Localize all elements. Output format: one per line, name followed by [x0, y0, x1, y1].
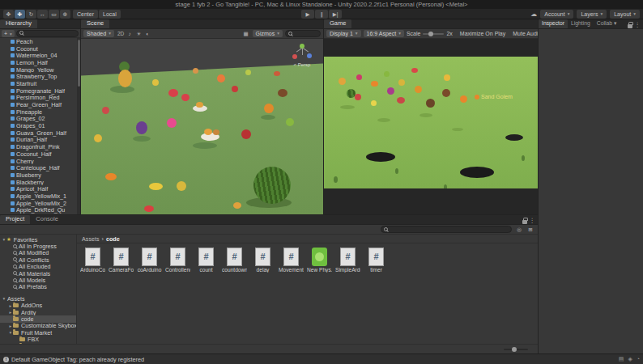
account-dropdown[interactable]: Account [540, 10, 573, 19]
tree-item[interactable]: All Models [0, 277, 76, 283]
tab-lighting[interactable]: Lighting [568, 19, 594, 28]
hierarchy-item[interactable]: Lemon_Half [0, 59, 77, 66]
project-file[interactable]: #delay [250, 248, 275, 273]
tree-item[interactable]: ▾Fruit Market [0, 329, 76, 336]
display-dropdown[interactable]: Display 1 [326, 30, 361, 37]
tree-item[interactable]: ▸AddOns [0, 303, 76, 309]
project-file[interactable]: #SimpleArdu... [335, 248, 360, 273]
scene-orientation-gizmo[interactable]: < Persp [288, 44, 316, 67]
grid-toggle-icon[interactable]: ▦ [242, 30, 250, 37]
hierarchy-item[interactable]: Pear_Green_Half [0, 101, 77, 108]
hierarchy-search-input[interactable] [26, 31, 75, 36]
hierarchy-item[interactable]: Coconut [0, 45, 77, 53]
hierarchy-item[interactable]: Watermelon_04 [0, 52, 77, 59]
aspect-dropdown[interactable]: 16:9 Aspect [364, 30, 404, 37]
status-message[interactable]: Default GameObject Tag: peach already re… [11, 356, 144, 363]
hand-tool[interactable]: ✥ [3, 10, 14, 19]
tree-item[interactable]: ▾★Favorites [0, 236, 76, 243]
hierarchy-item[interactable]: Strawberry_Top [0, 73, 77, 80]
project-file[interactable]: New Phys... [307, 248, 332, 273]
scene-search-box[interactable] [285, 30, 321, 37]
hierarchy-item[interactable]: Guava_Green_Half [0, 129, 77, 137]
scene-viewport[interactable]: < Persp [81, 39, 324, 214]
project-file[interactable]: #countdown [222, 248, 247, 273]
breadcrumb-current[interactable]: code [106, 235, 120, 243]
layers-dropdown[interactable]: Layers [577, 10, 607, 19]
scale-tool[interactable]: ↔ [37, 10, 48, 19]
breadcrumb-root[interactable]: Assets [82, 235, 100, 243]
hierarchy-item[interactable]: Pomegranate_Half [0, 87, 77, 95]
shading-mode-dropdown[interactable]: Shaded [83, 30, 114, 37]
transform-tool[interactable]: ⊕ [60, 10, 70, 19]
gizmos-dropdown[interactable]: Gizmos [253, 30, 283, 37]
hierarchy-item[interactable]: Grapes_01 [0, 122, 77, 129]
y-axis-icon[interactable] [300, 44, 304, 49]
tree-item[interactable]: code [0, 315, 76, 322]
play-button[interactable]: ▶ [301, 10, 314, 19]
tree-item[interactable]: All Modified [0, 250, 76, 256]
audio-toggle[interactable]: ♪ [126, 30, 134, 37]
pause-button[interactable]: ∥ [315, 10, 328, 19]
hierarchy-item[interactable]: Durian_Half [0, 137, 77, 144]
effects-toggle[interactable]: ◐ [143, 30, 151, 37]
hierarchy-item[interactable]: Starfruit [0, 80, 77, 87]
hierarchy-item[interactable]: Coconut_Half [0, 150, 77, 158]
scale-slider[interactable] [423, 33, 444, 35]
search-by-label-icon[interactable]: ⊞ [526, 226, 534, 233]
collab-cloud-icon[interactable]: ☁ [530, 11, 537, 18]
tab-collab[interactable]: Collab ▾ [594, 19, 620, 28]
project-file[interactable]: #Movement [279, 248, 304, 273]
rotate-tool[interactable]: ↻ [26, 10, 36, 19]
lock-icon[interactable] [522, 220, 527, 224]
hierarchy-item[interactable]: Dragonfruit_Pink [0, 143, 77, 150]
rect-tool[interactable]: ▭ [49, 10, 59, 19]
lighting-toggle[interactable]: ☀ [134, 30, 143, 37]
tree-item[interactable]: All In Progress [0, 243, 76, 249]
maximize-on-play-button[interactable]: Maximize On Play [458, 30, 508, 37]
panel-menu-icon[interactable]: ⋮ [635, 21, 641, 28]
hierarchy-item[interactable]: Blackberry [0, 179, 77, 186]
tree-item[interactable]: All Excluded [0, 264, 76, 270]
hierarchy-item[interactable]: Apple_YellowMix_1 [0, 193, 77, 200]
tab-game[interactable]: Game [324, 19, 351, 28]
2d-toggle[interactable]: 2D [117, 30, 125, 37]
hierarchy-item[interactable]: Cherry [0, 158, 77, 165]
console-icon[interactable]: ▤ [619, 356, 624, 362]
project-file[interactable]: #timer [364, 248, 389, 273]
hierarchy-item[interactable]: Mango_Yellow [0, 66, 77, 74]
tab-project[interactable]: Project [0, 215, 30, 224]
project-file[interactable]: #count [194, 248, 219, 273]
tab-console[interactable]: Console [30, 215, 64, 224]
mute-audio-button[interactable]: Mute Audio [510, 30, 538, 37]
tree-item[interactable]: All Conflicts [0, 256, 76, 263]
tab-scene[interactable]: Scene [81, 19, 109, 28]
tree-item[interactable]: ▸Ardity [0, 309, 76, 315]
x-axis-icon[interactable] [292, 54, 297, 59]
z-axis-icon[interactable] [307, 53, 312, 58]
tree-item[interactable]: All Materials [0, 270, 76, 277]
tab-hierarchy[interactable]: Hierarchy [0, 19, 37, 28]
hierarchy-item[interactable]: Canteloupe_Half [0, 164, 77, 171]
hierarchy-item[interactable]: Blueberry [0, 171, 77, 179]
panel-menu-icon[interactable]: ⋮ [530, 217, 536, 224]
tree-expand-arrow-icon[interactable]: ▾ [2, 296, 6, 301]
hierarchy-item[interactable]: Grapes_02 [0, 116, 77, 123]
hierarchy-scrollbar[interactable] [77, 38, 80, 214]
step-button[interactable]: ▶| [329, 10, 342, 19]
game-viewport[interactable]: Sand Golem [324, 39, 538, 214]
handle-space-button[interactable]: Local [99, 10, 121, 19]
hierarchy-search-box[interactable] [16, 30, 79, 37]
progress-icon[interactable]: ◔ [637, 356, 640, 362]
project-search-box[interactable] [381, 226, 512, 233]
project-search-input[interactable] [390, 226, 509, 232]
icon-size-slider[interactable] [504, 349, 528, 350]
tree-item[interactable]: FBX [0, 336, 76, 342]
hierarchy-item[interactable]: Apple_YellowMix_2 [0, 200, 77, 207]
project-file[interactable]: #ArduinoCo... [80, 248, 105, 273]
activity-icon[interactable]: ◈ [628, 356, 632, 362]
hierarchy-item[interactable]: Apple_DrkRed_Qu [0, 207, 77, 214]
tree-item[interactable]: All Prefabs [0, 284, 76, 290]
tab-inspector[interactable]: Inspector [539, 19, 568, 28]
hierarchy-create-button[interactable]: + [2, 30, 15, 37]
pivot-mode-button[interactable]: Center [73, 10, 98, 19]
